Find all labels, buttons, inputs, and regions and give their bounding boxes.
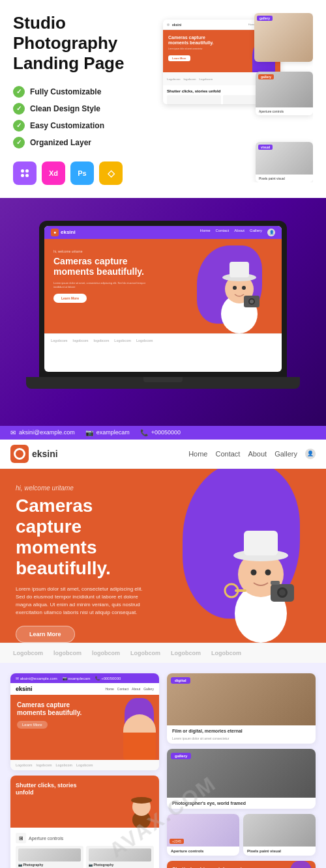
nav-home[interactable]: Home bbox=[188, 450, 207, 458]
svg-point-9 bbox=[242, 286, 246, 290]
pixels-card: Pixels paint visual bbox=[243, 814, 316, 856]
laptop-logos-strip: Logobcom logobcom logobcom Logobcom Logo… bbox=[44, 333, 282, 348]
preview-mini-cards: 📷 Photography 📷 Photography bbox=[16, 846, 154, 868]
laptop-logo: ● eksini bbox=[51, 229, 76, 236]
ps-icon: Ps bbox=[70, 161, 94, 185]
laptop-avatar: 👤 bbox=[267, 229, 275, 236]
nav-about[interactable]: About bbox=[248, 450, 267, 458]
svg-point-12 bbox=[250, 300, 254, 303]
svg-rect-0 bbox=[21, 169, 24, 173]
svg-point-27 bbox=[131, 797, 152, 804]
left-info-panel: Studio Photography Landing Page ✓ Fully … bbox=[13, 13, 143, 185]
gallery-item-2: gallery Photographer's eye, world framed bbox=[167, 749, 316, 809]
preview-logos: Logobcom logobcom Logobcom Logobcom bbox=[10, 760, 159, 770]
gallery-card-mid: gallery Aperture controls bbox=[256, 72, 313, 115]
mini-nav-dot bbox=[167, 23, 170, 26]
preview-section-title: Shutter clicks, stories unfold bbox=[16, 782, 94, 796]
full-character bbox=[215, 512, 306, 643]
full-nav: eksini Home Contact About Gallery 👤 bbox=[0, 440, 326, 469]
preview-character bbox=[123, 714, 156, 760]
preview-section-hero: Shutter clicks, stories unfold bbox=[10, 776, 159, 828]
mini-hero-text: Cameras capture moments beautifully. bbox=[168, 35, 214, 46]
mini-card-1 bbox=[167, 95, 221, 104]
top-info-section: Studio Photography Landing Page ✓ Fully … bbox=[0, 0, 326, 198]
shutter-card: Shutter's whisper, tales cast Moments fr… bbox=[167, 861, 316, 868]
aperture-label: Aperture controls bbox=[29, 836, 63, 841]
bottom-left-col: ✉ aksini@example.com 📷 examplecam 📞 +000… bbox=[10, 673, 159, 868]
laptop-body: ● eksini Home Contact About Gallery 👤 hi… bbox=[39, 221, 287, 377]
laptop-base bbox=[26, 377, 300, 389]
gallery-img-area-1: digital bbox=[167, 673, 316, 725]
svg-point-18 bbox=[265, 570, 271, 576]
laptop-hero-title: Cameras capture moments beautifully. bbox=[53, 256, 158, 278]
phone-contact: 📞 +00050000 bbox=[140, 429, 181, 436]
mini-cta-btn: Learn More bbox=[168, 55, 190, 61]
laptop-hero: hi, welcome uritame Cameras capture mome… bbox=[44, 239, 282, 333]
email-contact: ✉ aksini@example.com bbox=[10, 429, 75, 436]
feature-item-2: ✓ Clean Design Style bbox=[13, 103, 143, 115]
full-landing-section: ✉ aksini@example.com 📷 examplecam 📞 +000… bbox=[0, 426, 326, 664]
gallery-pill-2: gallery bbox=[171, 753, 191, 759]
feature-item-1: ✓ Fully Customizable bbox=[13, 86, 143, 98]
full-hero: hi, welcome uritame Cameras capture mome… bbox=[0, 469, 326, 643]
tool-icons-row: Xd Ps ◇ bbox=[13, 161, 143, 185]
preview-hero-title: Cameras capture moments beautifully. bbox=[17, 701, 89, 717]
mini-contact-bar: ✉ aksini@example.com 📷 examplecam 📞 +000… bbox=[10, 673, 159, 683]
laptop-nav-bar: ● eksini Home Contact About Gallery 👤 bbox=[44, 226, 282, 239]
contact-bar: ✉ aksini@example.com 📷 examplecam 📞 +000… bbox=[0, 426, 326, 440]
svg-rect-16 bbox=[244, 531, 278, 555]
laptop-hero-desc: Lorem ipsum dolor sit amet, consectetur … bbox=[53, 281, 151, 288]
gallery-caption-2: Photographer's eye, world framed bbox=[167, 798, 316, 809]
full-logo-icon bbox=[10, 445, 29, 463]
check-icon-1: ✓ bbox=[13, 86, 25, 98]
svg-rect-20 bbox=[235, 589, 246, 592]
laptop-notch bbox=[143, 377, 183, 382]
check-icon-2: ✓ bbox=[13, 103, 25, 115]
gallery-item-1: digital Film or digital, memories eterna… bbox=[167, 673, 316, 744]
gallery-label-1: gallery bbox=[257, 16, 273, 21]
full-hero-desc: Lorem ipsum dolor sit amet, consectetur … bbox=[16, 585, 146, 617]
laptop-screen: ● eksini Home Contact About Gallery 👤 hi… bbox=[44, 226, 282, 372]
xd-icon: Xd bbox=[42, 161, 65, 185]
user-avatar[interactable]: 👤 bbox=[305, 449, 316, 459]
gallery-pill-1: digital bbox=[171, 677, 190, 684]
mini-photo-card-2: 📷 Photography bbox=[86, 846, 154, 868]
preview-char-2 bbox=[128, 789, 155, 828]
svg-rect-7 bbox=[230, 262, 249, 277]
laptop-wrapper: ● eksini Home Contact About Gallery 👤 hi… bbox=[26, 221, 300, 403]
email-icon: ✉ bbox=[10, 429, 16, 436]
preview-card-2: Shutter clicks, stories unfold ⊞ Apertur… bbox=[10, 776, 159, 868]
mini-full-nav: eksini Home Contact About Gallery bbox=[10, 683, 159, 695]
svg-point-23 bbox=[279, 589, 286, 596]
pixels-caption: Pixels paint visual bbox=[243, 847, 316, 856]
full-logos-strip: Logobcom logobcom logobcom Logobcom Logo… bbox=[0, 643, 326, 663]
laptop-logo-icon: ● bbox=[51, 229, 59, 236]
nav-contact[interactable]: Contact bbox=[215, 450, 240, 458]
laptop-nav-items: Home Contact About Gallery 👤 bbox=[200, 229, 275, 236]
preview-card-1: ✉ aksini@example.com 📷 examplecam 📞 +000… bbox=[10, 673, 159, 770]
svg-point-8 bbox=[233, 286, 237, 290]
svg-rect-1 bbox=[25, 169, 29, 173]
svg-point-17 bbox=[251, 570, 257, 576]
mini-hero-sub: Lorem ipsum dolor sit amet consectetur bbox=[168, 48, 211, 50]
website-contact: 📷 examplecam bbox=[85, 429, 130, 436]
preview-card-content: ⊞ Aperture controls 📷 Photography 📷 Phot… bbox=[10, 828, 159, 868]
nav-gallery[interactable]: Gallery bbox=[274, 450, 297, 458]
laptop-hero-btn[interactable]: Learn More bbox=[53, 294, 87, 303]
gallery-caption-1: Film or digital, memories eternal bbox=[167, 725, 316, 736]
laptop-section: ● eksini Home Contact About Gallery 👤 hi… bbox=[0, 198, 326, 426]
feature-item-3: ✓ Easy Customization bbox=[13, 120, 143, 132]
gallery-sub-1: Lorem ipsum dolor sit amet consectetur bbox=[167, 736, 316, 744]
svg-point-3 bbox=[25, 174, 29, 177]
features-list: ✓ Fully Customizable ✓ Clean Design Styl… bbox=[13, 86, 143, 148]
sketch-icon: ◇ bbox=[99, 161, 123, 185]
full-hero-cta[interactable]: Learn More bbox=[16, 626, 75, 643]
laptop-character bbox=[210, 249, 269, 333]
svg-rect-24 bbox=[271, 581, 280, 585]
preview-cta[interactable]: Learn More bbox=[17, 721, 48, 729]
aperture-card: +2345 Aperture controls bbox=[167, 814, 239, 856]
gallery-card-bottom: visual Pixels paint visual bbox=[256, 142, 313, 182]
check-icon-3: ✓ bbox=[13, 120, 25, 132]
small-gallery-row: +2345 Aperture controls Pixels paint vis… bbox=[167, 814, 316, 856]
phone-icon: 📞 bbox=[140, 429, 148, 436]
